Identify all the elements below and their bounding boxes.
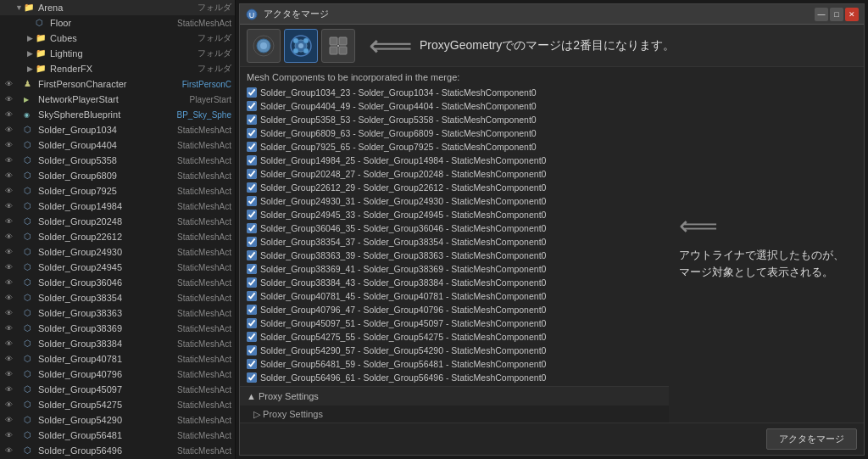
merge-checkbox[interactable] [247, 250, 257, 260]
merge-list-item[interactable]: Solder_Group38369_41 - Solder_Group38369… [243, 262, 665, 276]
merge-action-button[interactable]: アクタをマージ [766, 428, 857, 450]
expand-icon[interactable]: ▶ [27, 49, 36, 58]
tree-item-solder40796[interactable]: 👁Solder_Group40796StaticMeshAct [0, 367, 235, 382]
batch-merge-btn[interactable] [321, 29, 355, 63]
tree-item-solder40781[interactable]: 👁Solder_Group40781StaticMeshAct [0, 351, 235, 367]
eye-icon[interactable]: 👁 [3, 293, 14, 303]
maximize-button[interactable]: □ [830, 8, 843, 21]
eye-icon[interactable]: 👁 [3, 216, 14, 227]
merge-checkbox[interactable] [247, 277, 257, 288]
tree-item-floor[interactable]: FloorStaticMeshAct [0, 15, 235, 31]
tree-item-solder38363[interactable]: 👁Solder_Group38363StaticMeshAct [0, 305, 235, 321]
tree-item-lighting[interactable]: ▶Lightingフォルダ [0, 46, 235, 61]
tree-item-solder45097[interactable]: 👁Solder_Group45097StaticMeshAct [0, 382, 235, 397]
merge-list-item[interactable]: Solder_Group38384_43 - Solder_Group38384… [243, 276, 665, 289]
merge-checkbox[interactable] [247, 87, 257, 98]
eye-icon[interactable]: 👁 [3, 415, 14, 425]
tree-item-cubes[interactable]: ▶Cubesフォルダ [0, 31, 235, 46]
close-button[interactable]: ✕ [845, 8, 859, 21]
merge-list-item[interactable]: Solder_Group56496_61 - Solder_Group56496… [243, 371, 665, 384]
merge-list-item[interactable]: Solder_Group40781_45 - Solder_Group40781… [243, 289, 665, 303]
merge-checkbox[interactable] [247, 345, 257, 355]
merge-checkbox[interactable] [247, 169, 257, 179]
tree-item-skysphere[interactable]: 👁SkySphereBlueprintBP_Sky_Sphe [0, 107, 235, 122]
eye-icon[interactable]: 👁 [3, 201, 14, 211]
tree-item-solder14984[interactable]: 👁Solder_Group14984StaticMeshAct [0, 199, 235, 214]
merge-list-scroll[interactable]: Solder_Group1034_23 - Solder_Group1034 -… [240, 86, 669, 386]
tree-item-solder56481[interactable]: 👁Solder_Group56481StaticMeshAct [0, 428, 235, 443]
tree-item-solder20248[interactable]: 👁Solder_Group20248StaticMeshAct [0, 214, 235, 229]
eye-icon[interactable]: 👁 [3, 308, 14, 318]
tree-item-solder22612[interactable]: 👁Solder_Group22612StaticMeshAct [0, 229, 235, 244]
merge-list-item[interactable]: Solder_Group38363_39 - Solder_Group38363… [243, 249, 665, 262]
merge-list-item[interactable]: Solder_Group56481_59 - Solder_Group56481… [243, 357, 665, 371]
expand-icon[interactable]: ▼ [15, 3, 24, 12]
merge-checkbox[interactable] [247, 155, 257, 165]
tree-item-solder6809[interactable]: 👁Solder_Group6809StaticMeshAct [0, 168, 235, 183]
eye-icon[interactable]: 👁 [3, 109, 14, 120]
merge-list-item[interactable]: Solder_Group1034_23 - Solder_Group1034 -… [243, 86, 665, 99]
merge-checkbox[interactable] [247, 101, 257, 111]
merge-list-item[interactable]: Solder_Group20248_27 - Solder_Group20248… [243, 167, 665, 181]
proxy-settings-sub[interactable]: ▷ Proxy Settings [240, 406, 669, 423]
proxy-geometry-btn[interactable] [247, 29, 281, 63]
eye-icon[interactable]: 👁 [3, 323, 14, 333]
tree-item-solder7925[interactable]: 👁Solder_Group7925StaticMeshAct [0, 183, 235, 199]
merge-checkbox[interactable] [247, 305, 257, 315]
merge-checkbox[interactable] [247, 359, 257, 369]
eye-icon[interactable]: 👁 [3, 277, 14, 288]
merge-list-item[interactable]: Solder_Group24930_31 - Solder_Group24930… [243, 194, 665, 208]
merge-checkbox[interactable] [247, 142, 257, 152]
expand-icon[interactable]: ▶ [27, 34, 36, 42]
eye-icon[interactable]: 👁 [3, 186, 14, 196]
merge-list-item[interactable]: Solder_Group54275_55 - Solder_Group54275… [243, 330, 665, 344]
eye-icon[interactable]: 👁 [3, 94, 14, 104]
merge-checkbox[interactable] [247, 182, 257, 193]
merge-checkbox[interactable] [247, 264, 257, 274]
eye-icon[interactable]: 👁 [3, 140, 14, 150]
eye-icon[interactable]: 👁 [3, 247, 14, 257]
eye-icon[interactable]: 👁 [3, 339, 14, 349]
eye-icon[interactable]: 👁 [3, 79, 14, 89]
tree-item-firstpersonchar[interactable]: 👁FirstPersonCharacterFirstPersonC [0, 76, 235, 92]
tree-item-solder24930[interactable]: 👁Solder_Group24930StaticMeshAct [0, 244, 235, 260]
eye-icon[interactable]: 👁 [3, 171, 14, 181]
tree-item-solder38384[interactable]: 👁Solder_Group38384StaticMeshAct [0, 336, 235, 351]
eye-icon[interactable]: 👁 [3, 369, 14, 379]
tree-item-solder24945[interactable]: 👁Solder_Group24945StaticMeshAct [0, 260, 235, 275]
eye-icon[interactable]: 👁 [3, 262, 14, 272]
scene-tree[interactable]: ▼ArenaフォルダFloorStaticMeshAct▶Cubesフォルダ▶L… [0, 0, 235, 459]
eye-icon[interactable]: 👁 [3, 155, 14, 165]
eye-icon[interactable]: 👁 [3, 125, 14, 135]
merge-list-item[interactable]: Solder_Group45097_51 - Solder_Group45097… [243, 316, 665, 330]
merge-list-item[interactable]: Solder_Group14984_25 - Solder_Group14984… [243, 154, 665, 167]
merge-checkbox[interactable] [247, 318, 257, 328]
merge-checkbox[interactable] [247, 115, 257, 125]
proxy-settings-header[interactable]: ▲ Proxy Settings [240, 387, 669, 406]
tree-item-solder36046[interactable]: 👁Solder_Group36046StaticMeshAct [0, 275, 235, 290]
eye-icon[interactable]: 👁 [3, 354, 14, 364]
tree-item-networkstart[interactable]: 👁NetworkPlayerStartPlayerStart [0, 92, 235, 107]
eye-icon[interactable]: 👁 [3, 384, 14, 395]
minimize-button[interactable]: — [815, 8, 828, 21]
eye-icon[interactable]: 👁 [3, 445, 14, 456]
eye-icon[interactable]: 👁 [3, 232, 14, 242]
merge-list-item[interactable]: Solder_Group22612_29 - Solder_Group22612… [243, 181, 665, 194]
expand-icon[interactable]: ▶ [27, 64, 36, 73]
tree-item-solder38354[interactable]: 👁Solder_Group38354StaticMeshAct [0, 290, 235, 305]
tree-item-solder4404[interactable]: 👁Solder_Group4404StaticMeshAct [0, 137, 235, 153]
tree-item-solder54275[interactable]: 👁Solder_Group54275StaticMeshAct [0, 397, 235, 412]
merge-checkbox[interactable] [247, 196, 257, 206]
merge-checkbox[interactable] [247, 128, 257, 138]
merge-list-item[interactable]: Solder_Group4404_49 - Solder_Group4404 -… [243, 99, 665, 113]
tree-item-arena[interactable]: ▼Arenaフォルダ [0, 0, 235, 15]
merge-list-item[interactable]: Solder_Group7925_65 - Solder_Group7925 -… [243, 140, 665, 154]
tree-item-solder38369[interactable]: 👁Solder_Group38369StaticMeshAct [0, 321, 235, 336]
merge-checkbox[interactable] [247, 372, 257, 383]
item-type[interactable]: BP_Sky_Sphe [177, 110, 236, 120]
merge-list-item[interactable]: Solder_Group5358_53 - Solder_Group5358 -… [243, 113, 665, 126]
item-type[interactable]: FirstPersonC [182, 80, 235, 89]
merge-list-item[interactable]: Solder_Group24945_33 - Solder_Group24945… [243, 208, 665, 221]
tree-item-solder5358[interactable]: 👁Solder_Group5358StaticMeshAct [0, 153, 235, 168]
eye-icon[interactable]: 👁 [3, 400, 14, 410]
